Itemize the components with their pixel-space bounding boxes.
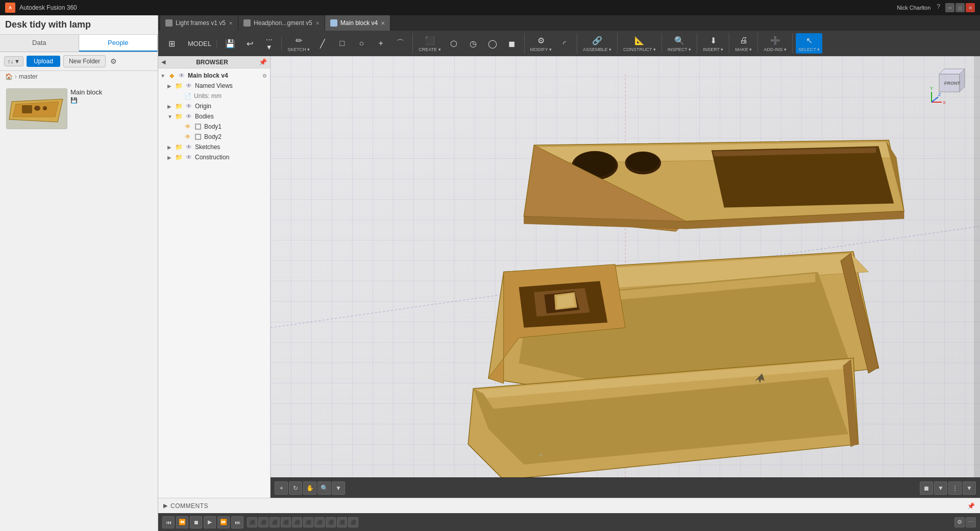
timeline-btn-7[interactable]: ⬛: [314, 517, 325, 527]
timeline-btn-10[interactable]: ⬛: [348, 517, 358, 527]
tree-label-named-views: Named Views: [195, 82, 267, 89]
point-icon: +: [375, 38, 386, 49]
timeline-btn-8[interactable]: ⬛: [326, 517, 336, 527]
timeline-btn-9[interactable]: ⬛: [337, 517, 347, 527]
tab-icon-light-frames: [165, 19, 173, 27]
tree-item-sketches[interactable]: ▶ 📁 👁 Sketches: [158, 142, 270, 152]
sketch-icon: ✏: [293, 35, 304, 46]
comments-toggle-button[interactable]: ▶: [163, 502, 167, 509]
construct-button[interactable]: 📐 CONSTRUCT ▾: [621, 33, 658, 54]
nav-first-button[interactable]: ⏮: [162, 516, 175, 528]
settings-small-icon[interactable]: ⚙: [262, 73, 267, 79]
point-button[interactable]: +: [372, 36, 390, 51]
orbit-button[interactable]: ↻: [289, 481, 302, 495]
sort-button[interactable]: ↑↓ ▼: [4, 56, 23, 66]
tab-close-light-frames[interactable]: ✕: [229, 20, 233, 26]
upload-button[interactable]: Upload: [27, 56, 60, 67]
viewport[interactable]: + FRONT: [271, 56, 980, 498]
model-label[interactable]: MODEL: [183, 40, 217, 47]
tab-close-main-block[interactable]: ✕: [381, 20, 385, 26]
redo-button[interactable]: ⋯▼: [260, 36, 278, 51]
insert-button[interactable]: ⬇ INSERT ▾: [700, 33, 726, 54]
viewport-scrollbar-v[interactable]: [974, 56, 980, 498]
undo-button[interactable]: ↩: [240, 36, 259, 51]
nav-play-button[interactable]: ▶: [204, 516, 216, 528]
timeline-btn-3[interactable]: ⬛: [270, 517, 280, 527]
project-header: Desk tidy with lamp: [0, 15, 158, 35]
timeline-btn-2[interactable]: ⬛: [258, 517, 268, 527]
help-btn[interactable]: ?: [937, 3, 940, 12]
timeline-btn-5[interactable]: ⬛: [292, 517, 302, 527]
revolve-button[interactable]: ◷: [464, 36, 482, 51]
titlebar: A Autodesk Fusion 360 Nick Charlton ? ─ …: [0, 0, 980, 15]
tree-item-mainblock[interactable]: ▼ ◆ 👁 Main block v4 ⚙: [158, 70, 270, 81]
timeline-area[interactable]: ⬛ ⬛ ⬛ ⬛ ⬛ ⬛ ⬛ ⬛ ⬛ ⬛: [247, 517, 953, 527]
inspect-icon: 🔍: [674, 35, 685, 46]
browser-collapse-button[interactable]: ◀: [161, 59, 165, 65]
visual-style-dropdown[interactable]: ▼: [934, 481, 947, 495]
create-button[interactable]: ⬛ CREATE ▾: [416, 33, 443, 54]
thread-button[interactable]: ◼: [503, 36, 521, 51]
fit-view-button[interactable]: ⌖: [275, 481, 288, 495]
tree-item-construction[interactable]: ▶ 📁 👁 Construction: [158, 152, 270, 162]
nav-next-button[interactable]: ⏩: [217, 516, 230, 528]
grid-button[interactable]: ⋮: [948, 481, 962, 495]
timeline-tool-a[interactable]: ⚙: [954, 517, 965, 527]
tab-people[interactable]: People: [79, 35, 158, 52]
hole-button[interactable]: ◯: [483, 36, 502, 51]
tab-main-block[interactable]: Main block v4 ✕: [325, 15, 390, 31]
nav-prev-button[interactable]: ⏪: [176, 516, 188, 528]
addins-button[interactable]: ➕ ADD-INS ▾: [761, 33, 789, 54]
breadcrumb-branch[interactable]: master: [19, 73, 38, 80]
rect-button[interactable]: □: [333, 36, 351, 51]
user-name: Nick Charlton: [897, 5, 930, 11]
tree-item-origin[interactable]: ▶ 📁 👁 Origin: [158, 101, 270, 111]
timeline-btn-1[interactable]: ⬛: [247, 517, 257, 527]
view-cube[interactable]: FRONT X Y Z: [929, 66, 970, 107]
timeline-btn-6[interactable]: ⬛: [303, 517, 313, 527]
line-button[interactable]: ╱: [313, 36, 332, 51]
timeline-btn-4[interactable]: ⬛: [281, 517, 291, 527]
grid-dropdown[interactable]: ▼: [963, 481, 976, 495]
select-button[interactable]: ↖ SELECT ▾: [796, 33, 822, 54]
assemble-button[interactable]: 🔗 ASSEMBLE ▾: [580, 33, 614, 54]
make-button[interactable]: 🖨 MAKE ▾: [732, 33, 754, 54]
minimize-button[interactable]: ─: [945, 3, 954, 12]
tab-close-headphones[interactable]: ✕: [315, 20, 320, 26]
tree-item-body2[interactable]: 👁 Body2: [158, 132, 270, 142]
zoom-dropdown[interactable]: ▼: [332, 481, 345, 495]
close-button[interactable]: ✕: [966, 3, 975, 12]
create-label: CREATE ▾: [419, 47, 440, 52]
timeline-tool-b[interactable]: ⋯: [966, 517, 976, 527]
settings-button[interactable]: ⚙: [109, 56, 118, 67]
fillet-button[interactable]: ◜: [555, 36, 574, 51]
sketch-button[interactable]: ✏ SKETCH ▾: [285, 33, 312, 54]
nav-last-button[interactable]: ⏭: [231, 516, 243, 528]
main-layout: Desk tidy with lamp Data People ↑↓ ▼ Upl…: [0, 15, 980, 531]
modify-button[interactable]: ⚙ MODIFY ▾: [528, 33, 554, 54]
assemble-toolbar-group: 🔗 ASSEMBLE ▾: [580, 33, 618, 54]
browser-pin-button[interactable]: 📌: [259, 58, 267, 66]
nav-stop-button[interactable]: ⏹: [190, 516, 202, 528]
comments-pin-button[interactable]: 📌: [967, 502, 975, 510]
maximize-button[interactable]: □: [955, 3, 965, 12]
tab-data[interactable]: Data: [0, 35, 79, 52]
visual-style-button[interactable]: ◼: [920, 481, 933, 495]
line-icon: ╱: [317, 38, 328, 49]
pan-button[interactable]: ✋: [303, 481, 316, 495]
tree-item-bodies[interactable]: ▼ 📁 👁 Bodies: [158, 111, 270, 122]
circle-button[interactable]: ○: [352, 36, 371, 51]
zoom-button[interactable]: 🔍: [317, 481, 331, 495]
tab-headphones[interactable]: Headphon...gment v5 ✕: [238, 15, 325, 31]
tree-item-named-views[interactable]: ▶ 📁 👁 Named Views: [158, 81, 270, 91]
tree-item-body1[interactable]: 👁 Body1: [158, 122, 270, 132]
save-button[interactable]: 💾: [221, 36, 239, 51]
extrude-button[interactable]: ⬡: [445, 36, 463, 51]
rect-icon: □: [336, 38, 348, 49]
grid-view-button[interactable]: ⊞: [162, 36, 181, 51]
arc-button[interactable]: ⌒: [391, 36, 409, 51]
list-item[interactable]: Main block 💾: [3, 85, 155, 132]
inspect-button[interactable]: 🔍 INSPECT ▾: [665, 33, 694, 54]
tab-light-frames[interactable]: Light frames v1 v5 ✕: [160, 15, 238, 31]
new-folder-button[interactable]: New Folder: [63, 55, 106, 67]
